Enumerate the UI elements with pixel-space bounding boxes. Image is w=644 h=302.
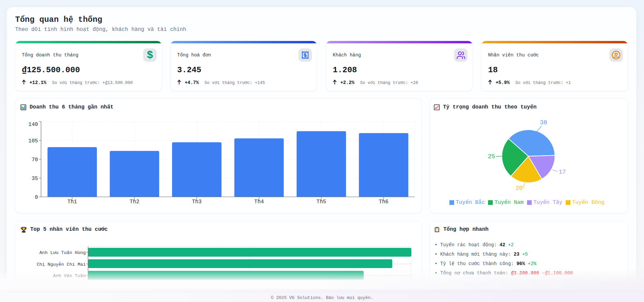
svg-text:Th5: Th5: [317, 199, 326, 205]
svg-text:Chị Nguyễn Chi Mai: Chị Nguyễn Chi Mai: [37, 262, 86, 267]
svg-text:17: 17: [559, 169, 566, 175]
svg-text:70: 70: [32, 157, 38, 163]
svg-text:Th6: Th6: [379, 199, 389, 205]
svg-text:38: 38: [540, 119, 547, 126]
svg-text:Anh Lưu Tuấn Hùng: Anh Lưu Tuấn Hùng: [39, 250, 86, 255]
svg-text:Th2: Th2: [130, 199, 139, 205]
svg-text:25: 25: [488, 153, 495, 160]
svg-text:0: 0: [35, 195, 38, 201]
svg-text:140: 140: [28, 122, 38, 128]
svg-text:20: 20: [515, 185, 523, 191]
svg-text:35: 35: [32, 176, 38, 182]
svg-text:105: 105: [28, 138, 38, 144]
svg-text:Th3: Th3: [192, 199, 202, 205]
svg-text:Th4: Th4: [254, 199, 264, 205]
svg-text:Th1: Th1: [67, 199, 77, 205]
